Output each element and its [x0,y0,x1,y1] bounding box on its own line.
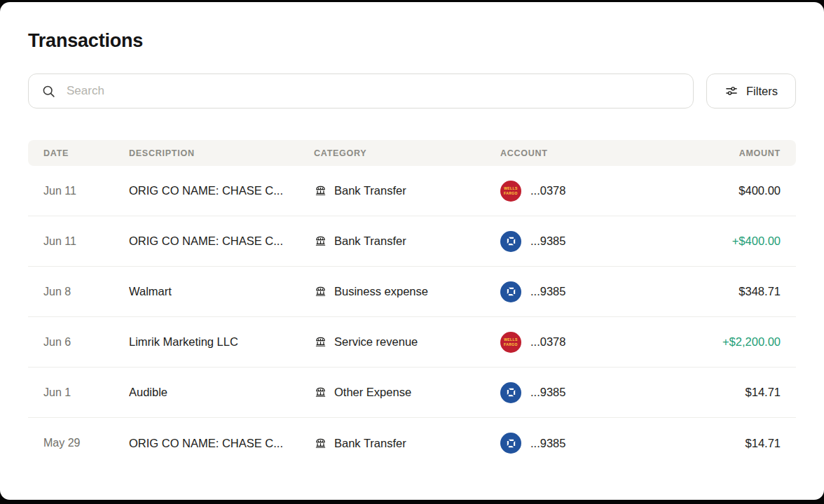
transaction-date: May 29 [28,437,129,449]
transaction-amount: $348.71 [677,285,796,298]
header-amount: Amount [677,148,796,158]
page-title: Transactions [28,30,796,52]
chase-logo [500,281,521,302]
transaction-description: Audible [129,386,314,399]
transaction-date: Jun 11 [28,185,129,197]
transaction-date: Jun 6 [28,336,129,349]
transaction-date: Jun 11 [28,235,129,248]
transaction-account: ...9385 [500,231,677,252]
table-row[interactable]: Jun 11 ORIG CO NAME: CHASE C... Bank Tra… [28,216,796,267]
transaction-amount: +$400.00 [677,234,796,248]
category-label: Service revenue [334,335,418,349]
account-number: ...0378 [530,335,565,349]
header-category: Category [314,148,500,158]
wells-fargo-logo: WELLS FARGO [500,332,521,353]
transaction-category: Business expense [314,285,500,298]
transaction-amount: +$2,200.00 [677,335,796,349]
chase-logo [500,382,521,403]
table-row[interactable]: Jun 6 Limrik Marketing LLC Service reven… [28,317,796,368]
table-header-row: Date Description Category Account Amount [28,140,796,166]
toolbar: Filters [28,74,796,108]
transactions-panel: Transactions [0,2,824,500]
table-row[interactable]: May 29 ORIG CO NAME: CHASE C... Bank Tra… [28,418,796,468]
search-box[interactable] [28,74,694,108]
header-date: Date [28,148,129,158]
table-row[interactable]: Jun 8 Walmart Business expense [28,267,796,317]
category-label: Bank Transfer [334,234,406,248]
transaction-category: Bank Transfer [314,234,500,248]
account-number: ...0378 [530,184,565,197]
transaction-date: Jun 1 [28,386,129,399]
transaction-account: WELLS FARGO ...0378 [500,181,677,202]
bank-building-icon [314,386,327,399]
account-number: ...9385 [530,285,565,298]
transaction-account: ...9385 [500,382,677,403]
transaction-category: Bank Transfer [314,437,500,450]
bank-building-icon [314,285,327,298]
bank-building-icon [314,335,327,349]
filters-button[interactable]: Filters [706,74,796,108]
account-number: ...9385 [530,437,565,450]
transaction-account: ...9385 [500,433,677,454]
category-label: Business expense [334,285,428,298]
bank-building-icon [314,184,327,197]
app-window: Transactions [0,0,824,504]
header-description: Description [129,148,314,158]
category-label: Other Expense [334,386,411,399]
transaction-amount: $14.71 [677,437,796,450]
search-input[interactable] [65,83,680,99]
account-number: ...9385 [530,234,565,248]
bank-building-icon [314,437,327,450]
transaction-description: Limrik Marketing LLC [129,335,314,349]
transaction-description: ORIG CO NAME: CHASE C... [129,437,314,450]
transaction-amount: $400.00 [677,184,796,197]
transaction-description: Walmart [129,285,314,298]
transaction-category: Service revenue [314,335,500,349]
transaction-description: ORIG CO NAME: CHASE C... [129,234,314,248]
transaction-account: WELLS FARGO ...0378 [500,332,677,353]
chase-logo [500,433,521,454]
transaction-amount: $14.71 [677,386,796,399]
filters-button-label: Filters [746,85,778,98]
transaction-category: Other Expense [314,386,500,399]
transactions-table: Date Description Category Account Amount… [28,140,796,468]
table-row[interactable]: Jun 11 ORIG CO NAME: CHASE C... Bank Tra… [28,166,796,216]
category-label: Bank Transfer [334,184,406,197]
search-icon [41,84,56,99]
account-number: ...9385 [530,386,565,399]
table-row[interactable]: Jun 1 Audible Other Expense [28,368,796,418]
chase-logo [500,231,521,252]
header-account: Account [500,148,677,158]
transaction-category: Bank Transfer [314,184,500,197]
transaction-account: ...9385 [500,281,677,302]
filters-sliders-icon [725,84,739,98]
bank-building-icon [314,234,327,248]
transaction-date: Jun 8 [28,286,129,298]
wells-fargo-logo: WELLS FARGO [500,181,521,202]
category-label: Bank Transfer [334,437,406,450]
transaction-description: ORIG CO NAME: CHASE C... [129,184,314,197]
